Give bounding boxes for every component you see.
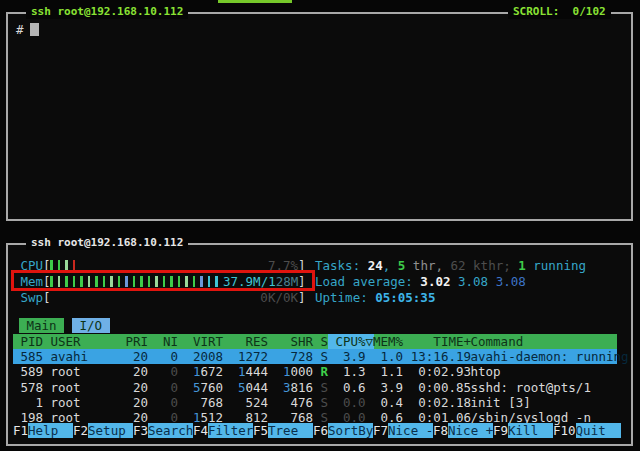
cell-res: 5044 xyxy=(223,380,268,395)
process-table-header: PID USER PRI NI VIRT RES SHR S CPU% ▽ ME… xyxy=(13,334,617,349)
fkey-search[interactable]: F3Search xyxy=(133,423,193,438)
threads-label: thr, xyxy=(405,258,443,273)
cell-cpu: 0.0 xyxy=(328,395,366,410)
fkey-setup[interactable]: F2Setup xyxy=(73,423,133,438)
cell-pid: 578 xyxy=(13,380,43,395)
fkey-help[interactable]: F1Help xyxy=(13,423,73,438)
cell-shr: 728 xyxy=(268,349,313,364)
cell-shr: 3816 xyxy=(268,380,313,395)
function-key-bar: F1Help F2Setup F3Search F4Filter F5Tree … xyxy=(13,423,621,438)
tab-io[interactable]: I/O xyxy=(72,318,110,333)
terminal-screen: ssh root@192.168.10.112 SCROLL: 0/102 # … xyxy=(0,0,640,451)
header-time[interactable]: TIME+ xyxy=(403,334,471,349)
cell-virt: 1672 xyxy=(178,364,223,379)
cell-user: root xyxy=(51,364,119,379)
cursor-block xyxy=(30,23,39,36)
swap-meter-open-bracket: [ xyxy=(43,290,51,305)
cell-pri: 20 xyxy=(118,380,148,395)
swap-meter-close-bracket: ] xyxy=(298,290,306,305)
cell-command: sshd: root@pts/1 xyxy=(471,380,591,395)
cell-mem: 3.9 xyxy=(373,380,403,395)
header-virt[interactable]: VIRT xyxy=(178,334,223,349)
cell-ni: 0 xyxy=(148,395,178,410)
load-average: Load average: 3.02 3.08 3.08 xyxy=(315,274,526,289)
process-row[interactable]: 578 root 20 0 5760 5044 3816 S 0.6 3.9 0… xyxy=(13,380,617,395)
cell-state: S xyxy=(313,349,328,364)
tasks-label: Tasks: xyxy=(315,258,368,273)
cell-virt: 2008 xyxy=(178,349,223,364)
top-terminal-pane[interactable] xyxy=(6,12,633,221)
uptime-label: Uptime: xyxy=(315,290,375,305)
swap-meter-value: 0K/0K xyxy=(260,290,298,305)
cell-cpu: 3.9 xyxy=(328,349,366,364)
cell-command: htop xyxy=(471,364,501,379)
top-pane-title: ssh root@192.168.10.112 xyxy=(26,5,188,19)
cell-cpu: 0.6 xyxy=(328,380,366,395)
top-edge-artifact xyxy=(218,0,292,3)
cell-ni: 0 xyxy=(148,349,178,364)
fkey-kill[interactable]: F9Kill xyxy=(493,423,553,438)
header-pri[interactable]: PRI xyxy=(118,334,148,349)
cell-pri: 20 xyxy=(118,364,148,379)
cell-shr: 476 xyxy=(268,395,313,410)
cell-user: root xyxy=(51,380,119,395)
cell-user: avahi xyxy=(51,349,119,364)
cell-pid: 1 xyxy=(13,395,43,410)
load-label: Load average: xyxy=(315,274,420,289)
cell-user: root xyxy=(51,395,119,410)
fkey-quit[interactable]: F10Quit xyxy=(553,423,621,438)
cell-res: 524 xyxy=(223,395,268,410)
uptime: Uptime: 05:05:35 xyxy=(315,290,435,305)
cell-state: S xyxy=(313,380,328,395)
fkey-nice-minus[interactable]: F7Nice - xyxy=(373,423,433,438)
running-count: 1 xyxy=(518,258,526,273)
cell-mem: 1.0 xyxy=(373,349,403,364)
cell-pri: 20 xyxy=(118,349,148,364)
cell-res: 1444 xyxy=(223,364,268,379)
cell-shr: 1000 xyxy=(268,364,313,379)
bottom-pane-title: ssh root@192.168.10.112 xyxy=(26,236,188,250)
tasks-count: 24 xyxy=(368,258,383,273)
cell-command: init [3] xyxy=(471,395,531,410)
cell-time: 0:02.93 xyxy=(403,364,471,379)
fkey-tree[interactable]: F5Tree xyxy=(253,423,313,438)
process-row[interactable]: 1 root 20 0 768 524 476 S 0.0 0.4 0:02.1… xyxy=(13,395,617,410)
tasks-separator: , xyxy=(383,258,398,273)
header-ni[interactable]: NI xyxy=(148,334,178,349)
cell-cpu: 1.3 xyxy=(328,364,366,379)
header-shr[interactable]: SHR xyxy=(268,334,313,349)
scroll-indicator: SCROLL: 0/102 xyxy=(508,5,611,19)
cell-virt: 5760 xyxy=(178,380,223,395)
kernel-threads: 62 kthr; xyxy=(443,258,518,273)
fkey-filter[interactable]: F4Filter xyxy=(193,423,253,438)
header-state[interactable]: S xyxy=(313,334,328,349)
cell-pri: 20 xyxy=(118,395,148,410)
cell-time: 0:00.85 xyxy=(403,380,471,395)
cell-state: R xyxy=(313,364,328,379)
mem-annotation-box xyxy=(11,270,315,291)
cell-pid: 585 xyxy=(13,349,43,364)
cell-mem: 0.4 xyxy=(373,395,403,410)
header-mem[interactable]: MEM% xyxy=(373,334,403,349)
cell-time: 13:16.19 xyxy=(403,349,471,364)
load-1min: 3.02 xyxy=(420,274,458,289)
cell-time: 0:02.18 xyxy=(403,395,471,410)
header-cpu[interactable]: CPU% xyxy=(328,334,366,349)
cell-res: 1272 xyxy=(223,349,268,364)
running-label: running xyxy=(526,258,586,273)
tab-main[interactable]: Main xyxy=(19,318,64,333)
process-row[interactable]: 589 root 20 0 1672 1444 1000 R 1.3 1.1 0… xyxy=(13,364,617,379)
header-res[interactable]: RES xyxy=(223,334,268,349)
load-15min: 3.08 xyxy=(496,274,526,289)
header-command[interactable]: Command xyxy=(471,334,524,349)
header-pid[interactable]: PID xyxy=(13,334,43,349)
header-user[interactable]: USER xyxy=(51,334,119,349)
load-5min: 3.08 xyxy=(458,274,496,289)
process-row-selected[interactable]: 585 avahi 20 0 2008 1272 728 S 3.9 1.0 1… xyxy=(13,349,617,364)
cell-mem: 1.1 xyxy=(373,364,403,379)
cell-virt: 768 xyxy=(178,395,223,410)
cell-command: avahi-daemon: running xyxy=(471,349,629,364)
cell-pid: 589 xyxy=(13,364,43,379)
fkey-sortby[interactable]: F6SortBy xyxy=(313,423,373,438)
fkey-nice-plus[interactable]: F8Nice + xyxy=(433,423,493,438)
